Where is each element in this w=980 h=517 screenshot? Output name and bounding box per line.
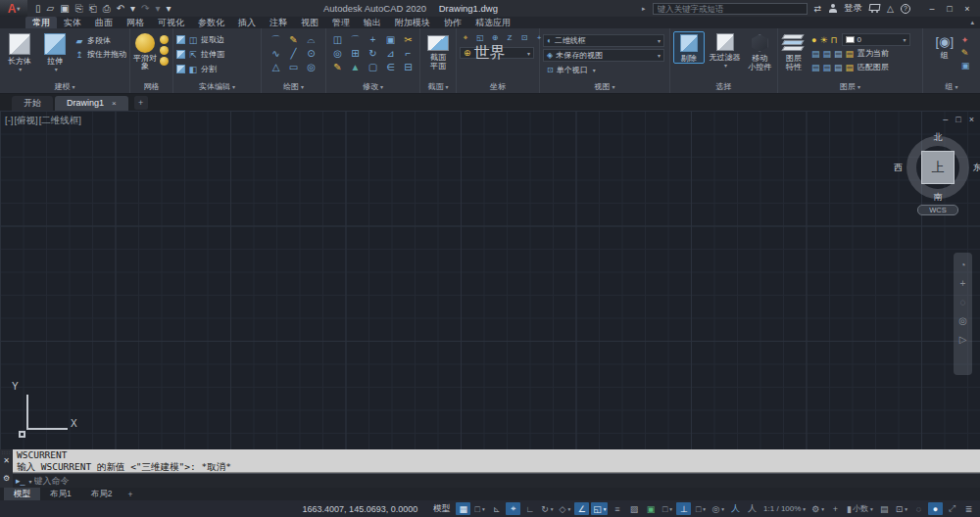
group-tool-icon[interactable]: ▣ <box>961 61 970 70</box>
viewcube-top-face[interactable]: 上 <box>921 151 955 184</box>
modify-tool-icon[interactable]: ∈ <box>383 62 398 73</box>
modify-tool-icon[interactable]: + <box>366 34 380 46</box>
app-menu-button[interactable]: A ▾ <box>0 0 27 17</box>
layer-tool-icon[interactable]: ▤ <box>846 49 855 59</box>
ribbon-tab[interactable]: 插入 <box>231 17 263 28</box>
drag-grip-icon[interactable]: :::: <box>2 450 12 454</box>
new-layout-button[interactable]: + <box>127 490 132 499</box>
navbar-icon[interactable]: ◔ <box>959 260 965 270</box>
exchange-icon[interactable]: ⇄ <box>814 4 822 14</box>
statusbar-toggle[interactable]: ⊥ <box>676 502 691 515</box>
modify-tool-icon[interactable]: ✎ <box>330 62 345 73</box>
layer-state-icon[interactable]: ⊓ <box>831 35 838 45</box>
statusbar-toggle[interactable]: ◌ <box>911 502 926 515</box>
modify-tool-icon[interactable]: ◎ <box>330 48 345 60</box>
draw-tool-icon[interactable]: ▭ <box>286 62 301 73</box>
layer-tool-icon[interactable]: ▤ <box>834 63 843 72</box>
modify-tool-icon[interactable]: ▢ <box>366 62 380 73</box>
modify-tool-icon[interactable]: ▲ <box>348 62 363 73</box>
model-space-toggle[interactable]: 模型 <box>429 503 454 515</box>
statusbar-toggle[interactable]: ▨ <box>626 502 641 515</box>
viewport-view-control[interactable]: [俯视] <box>14 115 37 127</box>
group-button[interactable]: [◉] 组 <box>934 31 956 60</box>
layout-tab[interactable]: 模型 <box>4 488 40 500</box>
panel-label-selection[interactable]: 选择 <box>670 81 777 93</box>
draw-tool-icon[interactable]: ╱ <box>286 48 301 60</box>
close-icon[interactable]: × <box>112 96 117 111</box>
statusbar-toggle[interactable]: ≡ <box>610 502 624 515</box>
ribbon-tab[interactable]: 可视化 <box>151 17 191 28</box>
viewport-config-dropdown[interactable]: ⊡ 单个视口 ▾ <box>543 64 664 76</box>
statusbar-toggle[interactable]: 1:1 / 100% ▾ <box>761 502 808 515</box>
draw-tool-icon[interactable]: △ <box>269 62 283 73</box>
viewport-style-control[interactable]: [二维线框] <box>39 115 81 127</box>
ucs-named-dropdown[interactable]: ⊕ 世界 ▾ <box>460 47 534 59</box>
no-filter-button[interactable]: 无过滤器 ▾ <box>709 31 742 69</box>
statusbar-toggle[interactable]: ⌖ <box>506 502 520 515</box>
qat-icon[interactable]: ▾ <box>155 0 160 17</box>
viewcube-west[interactable]: 西 <box>894 162 903 174</box>
layer-dropdown[interactable]: 0 ▾ <box>842 33 910 46</box>
modify-tool-icon[interactable]: ⊞ <box>348 48 363 60</box>
layout-tab[interactable]: 布局2 <box>81 488 122 500</box>
extrude-button[interactable]: 拉伸 ▾ <box>39 31 73 72</box>
draw-tool-icon[interactable]: ◎ <box>304 62 318 73</box>
drawing-canvas[interactable]: [-] [俯视] [二维线框] ‒ □ × 北 南 西 东 上 WCS ◔+◌◎… <box>0 111 980 449</box>
command-prompt-icon[interactable]: ▸_ <box>16 476 25 486</box>
draw-tool-icon[interactable]: ✎ <box>286 34 301 46</box>
statusbar-toggle[interactable]: ∠ <box>574 502 589 515</box>
ribbon-tab[interactable]: 附加模块 <box>388 17 437 28</box>
user-icon[interactable] <box>828 4 837 13</box>
statusbar-toggle[interactable]: ⊾ <box>489 502 504 515</box>
draw-tool-icon[interactable]: ⌓ <box>304 34 318 46</box>
qat-icon[interactable]: ▣ <box>60 0 69 17</box>
navbar-icon[interactable]: + <box>960 279 966 289</box>
layout-tab[interactable]: 布局1 <box>40 488 81 500</box>
ribbon-tab[interactable]: 注释 <box>263 17 294 28</box>
search-expand-icon[interactable]: ▸ <box>642 5 646 13</box>
layer-tool-icon[interactable]: ▤ <box>811 63 820 72</box>
move-gizmo-button[interactable]: 移动 小控件 <box>745 31 774 71</box>
ribbon-tab[interactable]: 实体 <box>57 17 88 28</box>
ribbon-tab[interactable]: 网格 <box>120 17 151 28</box>
set-current-button[interactable]: 置为当前 <box>858 48 889 59</box>
maximize-button[interactable]: □ <box>941 4 958 14</box>
wrench-icon[interactable]: ⚙ <box>3 474 10 483</box>
statusbar-toggle[interactable]: ◎ ▾ <box>710 502 726 515</box>
panel-label-modify[interactable]: 修改▾ <box>326 81 419 93</box>
viewcube[interactable]: 北 南 西 东 上 <box>903 132 973 203</box>
statusbar-toggle[interactable]: □ ▾ <box>472 502 487 515</box>
viewcube-east[interactable]: 东 <box>973 162 980 174</box>
mesh-refine-icon[interactable] <box>160 35 169 44</box>
statusbar-toggle[interactable]: ⚙ ▾ <box>809 502 826 515</box>
ribbon-tab[interactable]: 常用 <box>25 17 57 28</box>
panel-label-layers[interactable]: 图层▾ <box>778 81 922 93</box>
modify-tool-icon[interactable]: ⊿ <box>383 48 398 60</box>
autodesk-triangle-icon[interactable]: △ <box>887 4 894 14</box>
polysolid-button[interactable]: ▰ 多段体 <box>74 35 126 46</box>
modify-tool-icon[interactable]: ⊟ <box>401 62 416 73</box>
solid-edit-button[interactable]: ◫ 提取边 <box>176 34 224 45</box>
panel-label-group[interactable]: 组▾ <box>923 81 980 93</box>
ribbon-tab[interactable]: 精选应用 <box>468 17 517 28</box>
panel-label-mesh[interactable]: 网格 <box>130 81 172 93</box>
signin-button[interactable]: 登录 <box>844 2 862 15</box>
layer-tool-icon[interactable]: ▤ <box>834 49 843 59</box>
viewport-menu-control[interactable]: [-] <box>5 115 13 127</box>
drawing-minimize-button[interactable]: ‒ <box>943 115 948 124</box>
panel-label-section[interactable]: 截面▾ <box>420 81 456 93</box>
ribbon-tab[interactable]: 曲面 <box>88 17 120 28</box>
modify-tool-icon[interactable]: ▣ <box>383 34 398 46</box>
navbar-icon[interactable]: ▷ <box>959 335 967 345</box>
qat-icon[interactable]: ▱ <box>47 0 55 17</box>
match-layer-button[interactable]: 匹配图层 <box>858 62 889 72</box>
solid-edit-button[interactable]: ◧ 分割 <box>176 64 224 74</box>
group-tool-icon[interactable]: ✎ <box>961 48 970 58</box>
smooth-object-button[interactable]: 平滑对象 <box>133 31 157 70</box>
section-plane-button[interactable]: 截面 平面 <box>423 31 453 70</box>
qat-icon[interactable]: ▯ <box>35 0 41 17</box>
statusbar-toggle[interactable]: ∟ <box>522 502 537 515</box>
drawing-restore-button[interactable]: □ <box>956 115 960 124</box>
ribbon-tab[interactable]: 视图 <box>294 17 325 28</box>
qat-icon[interactable]: ↶ <box>117 0 124 17</box>
